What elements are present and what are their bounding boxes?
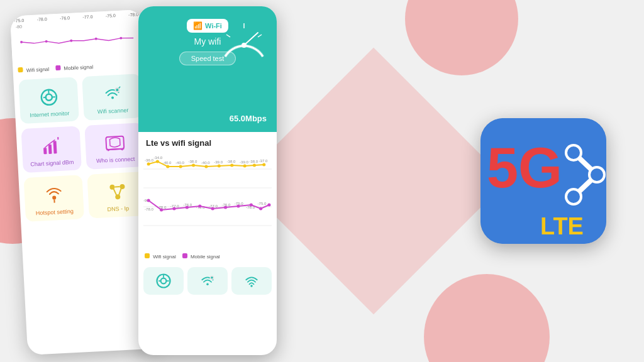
dns-icon xyxy=(105,180,129,204)
bottom-wifi-icon xyxy=(199,272,216,290)
svg-point-33 xyxy=(242,43,247,48)
svg-line-31 xyxy=(258,35,262,37)
left-chart-area: -75.0 -78.0 -76.0 -77.0 -75.0 -78.0 -80 xyxy=(10,9,145,67)
svg-point-79 xyxy=(250,204,253,207)
bg-diamond xyxy=(240,48,507,314)
legend-mobile-dot xyxy=(55,65,60,70)
phone-left: -75.0 -78.0 -76.0 -77.0 -75.0 -78.0 -80 … xyxy=(10,9,160,355)
svg-point-11 xyxy=(111,96,113,99)
svg-point-49 xyxy=(147,163,150,166)
svg-text:-37.0: -37.0 xyxy=(259,159,269,163)
internet-monitor-label: Internet monitor xyxy=(30,110,69,118)
svg-point-71 xyxy=(147,199,150,202)
svg-text:-80: -80 xyxy=(16,25,23,29)
grid-item-chart-signal[interactable]: Chart signal dBm xyxy=(21,126,82,173)
app-icon: 5G LTE xyxy=(480,118,606,244)
bottom-wifi-scanner[interactable] xyxy=(187,267,228,295)
center-legend-mobile: Mobile signal xyxy=(182,253,220,260)
svg-line-14 xyxy=(118,87,120,89)
legend-wifi-dot xyxy=(18,67,23,72)
center-legend: Wifi signal Mobile signal xyxy=(138,251,277,262)
app-icon-svg: 5G LTE xyxy=(480,118,606,244)
center-bottom-grid xyxy=(138,262,277,300)
svg-point-72 xyxy=(160,209,163,212)
svg-text:-75.0: -75.0 xyxy=(258,202,267,206)
svg-text:5G: 5G xyxy=(487,136,562,199)
svg-text:LTE: LTE xyxy=(540,213,584,239)
center-header: 📶 Wi-Fi My wifi Speed test 65.0Mbps xyxy=(138,6,277,132)
svg-text:-34.0: -34.0 xyxy=(153,156,163,160)
svg-point-75 xyxy=(198,205,201,208)
center-legend-mobile-dot xyxy=(182,253,187,258)
svg-point-57 xyxy=(243,165,247,168)
chart-section-title: Lte vs wifi signal xyxy=(138,132,277,150)
svg-point-5 xyxy=(119,37,122,40)
center-chart-svg: -36.0 -34.0 -40.0 -40.0 -38.0 -40.0 -39.… xyxy=(143,150,272,251)
center-chart-area: -36.0 -34.0 -40.0 -40.0 -38.0 -40.0 -39.… xyxy=(138,150,277,251)
speed-value: 65.0Mbps xyxy=(230,114,267,123)
svg-point-78 xyxy=(236,205,240,208)
chart-signal-label: Chart signal dBm xyxy=(30,159,74,168)
chart-val-3: -76.0 xyxy=(60,16,70,21)
chart-val-2: -78.0 xyxy=(37,17,47,22)
svg-rect-19 xyxy=(106,136,124,150)
svg-point-76 xyxy=(211,207,214,211)
svg-point-87 xyxy=(206,283,209,286)
svg-text:-40.0: -40.0 xyxy=(201,161,211,165)
svg-line-32 xyxy=(244,33,258,45)
svg-point-80 xyxy=(259,207,262,211)
svg-rect-15 xyxy=(43,148,47,154)
my-wifi-label: My wifi xyxy=(194,36,221,47)
center-legend-wifi-dot xyxy=(145,253,150,258)
svg-text:-40.0: -40.0 xyxy=(175,161,185,165)
svg-point-24 xyxy=(119,184,125,189)
svg-point-58 xyxy=(253,164,256,167)
svg-point-73 xyxy=(172,207,175,211)
internet-monitor-icon xyxy=(36,85,60,109)
hotspot-icon xyxy=(42,184,66,207)
grid-item-who-connect[interactable]: Who is connect xyxy=(84,123,145,170)
speedometer-svg xyxy=(219,19,269,69)
svg-text:-38.0: -38.0 xyxy=(188,160,197,163)
svg-point-3 xyxy=(70,40,72,42)
svg-point-83 xyxy=(161,278,167,284)
svg-text:-78.0: -78.0 xyxy=(145,207,154,211)
svg-point-21 xyxy=(52,195,56,199)
svg-point-7 xyxy=(45,94,52,101)
svg-line-27 xyxy=(113,189,116,195)
svg-point-99 xyxy=(591,168,603,181)
legend-mobile: Mobile signal xyxy=(55,63,93,72)
svg-rect-16 xyxy=(48,145,52,154)
grid-item-internet-monitor[interactable]: Internet monitor xyxy=(18,77,79,124)
svg-point-77 xyxy=(224,206,227,209)
svg-point-81 xyxy=(267,204,270,207)
svg-point-55 xyxy=(218,165,221,168)
wifi-badge-icon: 📶 xyxy=(193,21,203,30)
chart-val-4: -77.0 xyxy=(82,14,92,19)
grid-item-hotspot[interactable]: Hotspot setting xyxy=(24,175,85,222)
svg-point-98 xyxy=(567,146,580,159)
chart-val-1: -75.0 xyxy=(14,18,24,23)
svg-point-59 xyxy=(262,163,265,167)
svg-point-90 xyxy=(250,285,253,287)
svg-point-56 xyxy=(230,164,233,167)
svg-point-54 xyxy=(204,165,208,168)
bottom-internet-icon xyxy=(155,272,172,290)
dns-label: DNS - Ip xyxy=(107,205,129,212)
svg-text:-38.0: -38.0 xyxy=(227,160,236,163)
svg-line-28 xyxy=(118,189,121,195)
svg-point-100 xyxy=(567,190,580,203)
grid-item-wifi-scanner[interactable]: Wifi scanner xyxy=(82,74,143,121)
svg-point-2 xyxy=(45,40,48,43)
svg-rect-17 xyxy=(53,141,57,153)
bottom-chart-icon xyxy=(243,272,260,290)
hotspot-label: Hotspot setting xyxy=(36,208,74,216)
svg-text:-39.0: -39.0 xyxy=(214,160,223,164)
chart-val-5: -75.0 xyxy=(106,13,116,18)
svg-point-89 xyxy=(211,277,213,279)
who-connect-label: Who is connect xyxy=(96,156,135,164)
bottom-chart-signal[interactable] xyxy=(231,267,272,295)
svg-text:-39.0: -39.0 xyxy=(240,160,249,164)
svg-point-74 xyxy=(186,206,189,209)
bottom-internet-monitor[interactable] xyxy=(143,267,184,295)
